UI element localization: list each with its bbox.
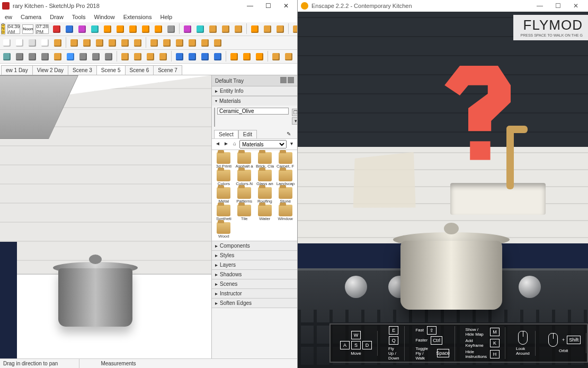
toolbar-people-icon[interactable] bbox=[296, 51, 297, 63]
toolbar-mon-icon[interactable] bbox=[103, 51, 114, 63]
toolbar-cube-icon[interactable] bbox=[186, 37, 198, 49]
toolbar-cyan-icon[interactable] bbox=[194, 23, 206, 35]
eyedropper-icon[interactable]: ✎ bbox=[282, 130, 295, 138]
menu-item[interactable]: Camera bbox=[17, 13, 45, 21]
scene-tab[interactable]: Scene 5 bbox=[96, 65, 126, 75]
material-folder[interactable]: Tile bbox=[235, 205, 254, 221]
tray-section-soften[interactable]: ▸Soften Edges bbox=[212, 299, 297, 308]
toolbar-cube-icon[interactable] bbox=[233, 23, 244, 35]
scene-tab[interactable]: Scene 6 bbox=[125, 65, 154, 75]
close-button[interactable]: ✕ bbox=[277, 0, 295, 12]
toolbar-magenta-icon[interactable] bbox=[182, 23, 193, 35]
pin-icon[interactable] bbox=[280, 77, 287, 83]
material-folder[interactable]: Roofing bbox=[255, 187, 275, 204]
tray-section-styles[interactable]: ▸Styles bbox=[212, 251, 297, 260]
toolbar-cube-icon[interactable] bbox=[207, 23, 219, 35]
material-folder[interactable]: Water bbox=[255, 205, 275, 221]
toolbar-snd-icon[interactable] bbox=[26, 51, 38, 63]
material-folder[interactable]: Carpet, F bbox=[275, 152, 295, 169]
nav-home-icon[interactable]: ⌂ bbox=[231, 141, 238, 148]
toolbar-house-icon[interactable] bbox=[68, 37, 80, 49]
material-folder[interactable]: Asphalt a bbox=[235, 152, 254, 169]
toolbar-cube-icon[interactable] bbox=[161, 37, 173, 49]
close-button[interactable]: ✕ bbox=[567, 0, 585, 12]
toolbar-red-icon[interactable] bbox=[51, 23, 63, 35]
toolbar-panel-icon[interactable] bbox=[132, 51, 144, 63]
toolbar-cube-icon[interactable] bbox=[220, 23, 231, 35]
material-folder[interactable]: 3d Printi bbox=[214, 152, 234, 169]
toolbar-cube-icon[interactable] bbox=[174, 37, 185, 49]
minimize-button[interactable]: — bbox=[531, 0, 549, 12]
toolbar-blue-icon[interactable] bbox=[174, 51, 185, 63]
toolbar-blue-icon[interactable] bbox=[212, 51, 224, 63]
toolbar-orange-icon[interactable] bbox=[127, 23, 139, 35]
toolbar-blue-icon[interactable] bbox=[186, 51, 198, 63]
toolbar-orange-icon[interactable] bbox=[241, 51, 253, 63]
material-folder[interactable]: Stone bbox=[275, 187, 295, 204]
toolbar-tab-icon[interactable] bbox=[26, 37, 38, 49]
toolbar-blue-icon[interactable] bbox=[64, 23, 75, 35]
toolbar-wrench-icon[interactable] bbox=[39, 51, 51, 63]
dropdown-icon[interactable]: ▾ bbox=[292, 117, 297, 125]
menu-item[interactable]: Help bbox=[156, 13, 176, 21]
time-start[interactable]: 04:39 AM bbox=[7, 24, 21, 34]
toolbar-orange-icon[interactable] bbox=[228, 51, 240, 63]
toolbar-people-icon[interactable] bbox=[270, 51, 282, 63]
toolbar-cube-icon[interactable] bbox=[262, 23, 273, 35]
tray-section-shadows[interactable]: ▸Shadows bbox=[212, 270, 297, 279]
toolbar-blue-icon[interactable] bbox=[199, 51, 211, 63]
toolbar-grey-icon[interactable] bbox=[165, 23, 177, 35]
menu-item[interactable]: Draw bbox=[46, 13, 67, 21]
scene-tab[interactable]: Scene 7 bbox=[153, 65, 182, 75]
maximize-button[interactable]: ☐ bbox=[259, 0, 277, 12]
menu-item[interactable]: Tools bbox=[68, 13, 90, 21]
menu-item[interactable]: ew bbox=[1, 13, 16, 21]
material-folder[interactable]: Colors bbox=[214, 170, 234, 186]
toolbar-house-icon[interactable] bbox=[81, 37, 93, 49]
nav-back-icon[interactable]: ◄ bbox=[214, 141, 221, 148]
toolbar-folder-icon[interactable] bbox=[52, 37, 64, 49]
toolbar-house-icon[interactable] bbox=[106, 37, 118, 49]
toolbar-house-icon[interactable] bbox=[132, 37, 144, 49]
toolbar-cube-icon[interactable] bbox=[212, 37, 224, 49]
create-material-icon[interactable]: ❐ bbox=[292, 109, 297, 116]
tray-section-components[interactable]: ▸Components bbox=[212, 241, 297, 251]
material-folder[interactable]: Glass an bbox=[255, 170, 275, 186]
toolbar-orange-icon[interactable] bbox=[249, 23, 261, 35]
tray-section-scenes[interactable]: ▸Scenes bbox=[212, 279, 297, 289]
maximize-button[interactable]: ☐ bbox=[549, 0, 567, 12]
materials-tab-edit[interactable]: Edit bbox=[238, 130, 257, 138]
toolbar-panel-icon[interactable] bbox=[157, 51, 169, 63]
toolbar-cube-icon[interactable] bbox=[148, 37, 160, 49]
time-end[interactable]: 07:28 PM bbox=[35, 24, 49, 34]
tray-section-entity-info[interactable]: ▸Entity Info bbox=[212, 86, 297, 96]
material-folder[interactable]: Patterns bbox=[235, 187, 254, 204]
menu-icon[interactable]: ▾ bbox=[288, 141, 295, 148]
toolbar-page-icon[interactable] bbox=[39, 37, 51, 49]
toolbar-page-icon[interactable] bbox=[14, 37, 25, 49]
menu-item[interactable]: Extensions bbox=[120, 13, 156, 21]
toolbar-gold-icon[interactable] bbox=[291, 23, 297, 35]
toolbar-orange-icon[interactable] bbox=[114, 23, 126, 35]
toolbar-orange-icon[interactable] bbox=[102, 23, 113, 35]
toolbar-cyan-icon[interactable] bbox=[89, 23, 101, 35]
menu-item[interactable]: Window bbox=[91, 13, 119, 21]
material-folder[interactable]: Landscap bbox=[275, 170, 295, 186]
toolbar-img-icon[interactable] bbox=[1, 51, 13, 63]
toolbar-cam2-icon[interactable] bbox=[77, 51, 89, 63]
toolbar-cube-icon[interactable] bbox=[52, 51, 64, 63]
toolbar-grid-icon[interactable] bbox=[90, 51, 102, 63]
toolbar-orange-icon[interactable] bbox=[140, 23, 152, 35]
nav-fwd-icon[interactable]: ► bbox=[222, 141, 230, 148]
material-folder[interactable]: Metal bbox=[214, 187, 234, 204]
material-folder[interactable]: Window bbox=[275, 205, 295, 221]
toolbar-house-icon[interactable] bbox=[94, 37, 105, 49]
enscape-viewport[interactable]: FLYMOD PRESS SPACE TO WALK ON THE G W A … bbox=[298, 12, 588, 368]
toolbar-panel-icon[interactable] bbox=[145, 51, 156, 63]
toolbar-panel-icon[interactable] bbox=[119, 51, 131, 63]
material-folder[interactable]: Wood bbox=[214, 222, 234, 239]
toolbar-people-icon[interactable] bbox=[283, 51, 295, 63]
close-icon[interactable] bbox=[288, 77, 294, 83]
material-folder[interactable]: Brick, Cla bbox=[255, 152, 275, 169]
material-swatch[interactable] bbox=[214, 108, 215, 127]
